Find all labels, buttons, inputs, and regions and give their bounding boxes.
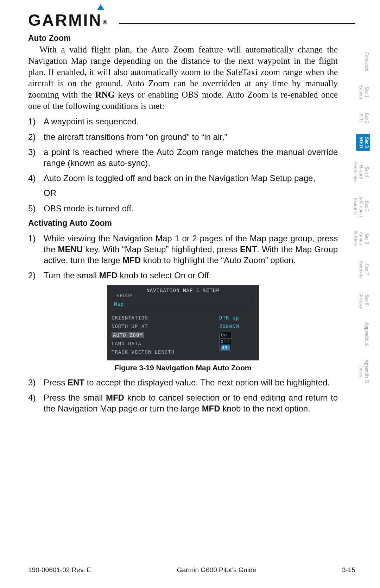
- logo-text: GARMIN: [28, 11, 102, 29]
- section-title-activating: Activating Auto Zoom: [28, 218, 338, 228]
- list-number: 4): [28, 392, 44, 414]
- group-value: Map: [114, 301, 124, 307]
- list-item: 2) Turn the small MFD knob to select On …: [28, 270, 338, 281]
- screenshot-rows: ORIENTATIONDTK upNORTH UP AT2000NMAUTO Z…: [111, 314, 255, 356]
- logo-triangle-icon: [97, 4, 104, 10]
- mfd-knob-label: MFD: [202, 404, 220, 413]
- list-number: 2): [28, 131, 44, 142]
- footer-title: Garmin G600 Pilot’s Guide: [177, 566, 256, 574]
- setup-row-value: OnOffOn: [219, 332, 254, 339]
- side-thumb-tabs: ForewordSec 1 SystemSec 2 PFDSec 3 MFDSe…: [356, 49, 370, 386]
- list-text: While viewing the Navigation Map 1 or 2 …: [44, 233, 338, 266]
- list-number: 3): [28, 147, 44, 168]
- activation-steps: 1) While viewing the Navigation Map 1 or…: [28, 233, 338, 281]
- list-text: Auto Zoom is toggled off and back on in …: [44, 173, 338, 184]
- list-item: 4)Auto Zoom is toggled off and back on i…: [28, 173, 338, 184]
- list-text: Turn the small MFD knob to select On or …: [44, 270, 338, 281]
- list-item: 3) Press ENT to accept the displayed val…: [28, 377, 338, 388]
- conditions-list: 1)A waypoint is sequenced,2)the aircraft…: [28, 116, 338, 184]
- mfd-knob-label: MFD: [122, 255, 141, 265]
- list-number: 1): [28, 233, 44, 266]
- setup-row-label: AUTO ZOOM: [112, 332, 219, 339]
- header-rule: [119, 23, 355, 26]
- mfd-knob-label: MFD: [99, 271, 118, 280]
- thumb-tab[interactable]: Sec 7 Symbols: [356, 258, 370, 281]
- list-text: Press ENT to accept the displayed value.…: [44, 377, 338, 388]
- thumb-tab[interactable]: Sec 8 Glossary: [356, 289, 370, 312]
- page-footer: 190-00601-02 Rev. E Garmin G600 Pilot’s …: [28, 566, 355, 574]
- thumb-tab[interactable]: Sec 5 Additional Features: [356, 193, 370, 220]
- registered-icon: ®: [103, 19, 109, 25]
- list-item: 1)A waypoint is sequenced,: [28, 116, 338, 127]
- thumb-tab[interactable]: Appendix B Index: [356, 357, 370, 386]
- list-number: 5): [28, 203, 44, 214]
- list-item: 3)a point is reached where the Auto Zoom…: [28, 147, 338, 168]
- page-content: Auto Zoom With a valid flight plan, the …: [28, 33, 338, 414]
- nav-map-setup-screenshot: NAVIGATION MAP 1 SETUP GROUP Map ORIENTA…: [107, 285, 259, 360]
- ent-key-label: ENT: [240, 245, 257, 254]
- conditions-list-cont: 5) OBS mode is turned off.: [28, 203, 338, 214]
- list-item: 1) While viewing the Navigation Map 1 or…: [28, 233, 338, 266]
- setup-row: NORTH UP AT2000NM: [111, 322, 255, 331]
- setup-row: TRACK VECTOR LENGTH: [111, 348, 255, 357]
- thumb-tab[interactable]: Sec 4 Hazard Avoidance: [356, 159, 370, 185]
- header: GARMIN®: [28, 11, 355, 30]
- setup-row-value: DTK up: [219, 315, 254, 321]
- group-label: GROUP: [115, 293, 134, 299]
- ent-key-label: ENT: [68, 378, 84, 387]
- group-box: GROUP Map: [111, 296, 255, 311]
- activation-steps-cont: 3) Press ENT to accept the displayed val…: [28, 377, 338, 414]
- setup-row-label: TRACK VECTOR LENGTH: [112, 349, 219, 355]
- list-number: 3): [28, 377, 44, 388]
- list-item: 4) Press the small MFD knob to cancel se…: [28, 392, 338, 414]
- mfd-knob-label: MFD: [106, 393, 124, 402]
- list-number: 1): [28, 116, 44, 127]
- list-text: a point is reached where the Auto Zoom r…: [44, 147, 338, 168]
- list-number: 2): [28, 270, 44, 281]
- thumb-tab[interactable]: Sec 1 System: [356, 82, 370, 102]
- list-text: OBS mode is turned off.: [44, 203, 338, 214]
- garmin-logo: GARMIN®: [28, 11, 114, 30]
- thumb-tab[interactable]: Sec 2 PFD: [356, 110, 370, 126]
- list-item: 5) OBS mode is turned off.: [28, 203, 338, 214]
- list-text: the aircraft transitions from “on ground…: [44, 131, 338, 142]
- thumb-tab[interactable]: Sec 3 MFD: [356, 134, 370, 151]
- thumb-tab[interactable]: Appendix A: [356, 319, 370, 349]
- list-text: A waypoint is sequenced,: [44, 116, 338, 127]
- auto-zoom-paragraph: With a valid flight plan, the Auto Zoom …: [28, 44, 338, 112]
- footer-page: 3-15: [342, 566, 355, 574]
- rng-key-label: RNG: [95, 90, 115, 99]
- menu-key-label: MENU: [58, 245, 83, 254]
- setup-row-label: ORIENTATION: [112, 315, 219, 321]
- setup-row: ORIENTATIONDTK up: [111, 314, 255, 322]
- setup-row: LAND DATA: [111, 340, 255, 348]
- setup-row-label: LAND DATA: [112, 341, 219, 347]
- or-separator: OR: [44, 188, 338, 199]
- thumb-tab[interactable]: Foreword: [356, 49, 370, 74]
- figure-caption: Figure 3-19 Navigation Map Auto Zoom: [28, 363, 338, 373]
- footer-docnum: 190-00601-02 Rev. E: [28, 566, 91, 574]
- setup-row-label: NORTH UP AT: [112, 323, 219, 330]
- list-number: 4): [28, 173, 44, 184]
- setup-row: AUTO ZOOMOnOffOn: [111, 331, 255, 340]
- thumb-tab[interactable]: Sec 6 Annun. & Alerts: [356, 228, 370, 250]
- section-title-auto-zoom: Auto Zoom: [28, 33, 338, 43]
- list-item: 2)the aircraft transitions from “on grou…: [28, 131, 338, 142]
- list-text: Press the small MFD knob to cancel selec…: [44, 392, 338, 414]
- setup-row-value: 2000NM: [219, 323, 254, 330]
